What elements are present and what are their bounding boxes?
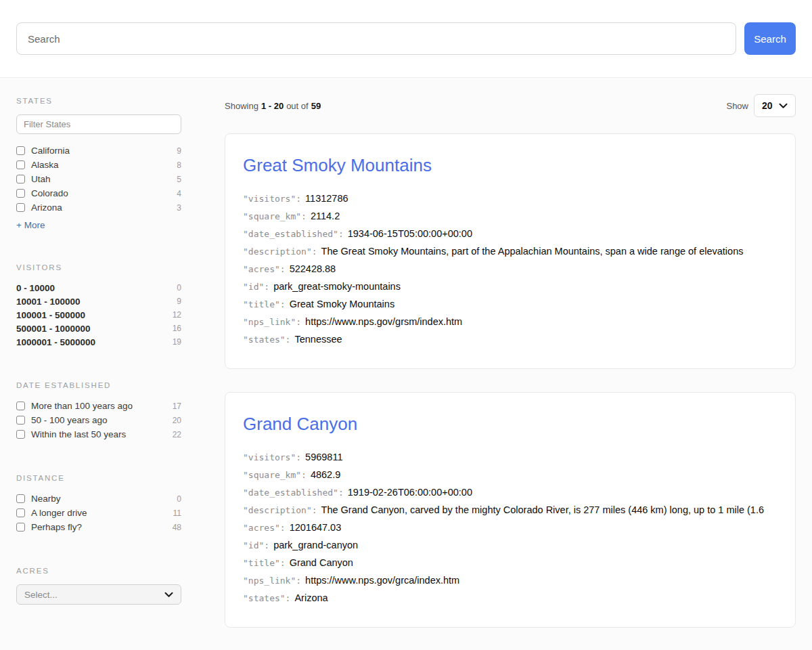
facet-option-distance[interactable]: A longer drive 11 xyxy=(16,506,181,520)
facet-option-count: 16 xyxy=(173,324,181,333)
result-field: "states":Arizona xyxy=(243,589,777,607)
checkbox-icon[interactable] xyxy=(16,523,25,532)
field-value: Arizona xyxy=(294,592,328,603)
facet-option-count: 0 xyxy=(177,283,181,292)
result-field: "nps_link":https://www.nps.gov/grca/inde… xyxy=(243,571,777,589)
field-key: "states": xyxy=(243,334,290,345)
stats-middle: out of xyxy=(286,101,309,111)
checkbox-icon[interactable] xyxy=(16,175,25,183)
search-button[interactable]: Search xyxy=(744,22,796,55)
checkbox-icon[interactable] xyxy=(16,203,25,212)
facet-option-distance[interactable]: Perhaps fly? 48 xyxy=(16,520,181,534)
facet-distance-title: DISTANCE xyxy=(16,474,181,482)
per-page-control: Show 20 xyxy=(726,94,796,117)
checkbox-icon[interactable] xyxy=(16,189,25,198)
stats-total: 59 xyxy=(311,101,321,111)
facet-option-label: Within the last 50 years xyxy=(31,429,126,439)
facet-visitors: VISITORS 0 - 10000 0 10001 - 100000 9 10… xyxy=(16,263,181,349)
result-field: "acres":522428.88 xyxy=(243,260,777,278)
facet-option-date[interactable]: Within the last 50 years 22 xyxy=(16,427,181,441)
result-card: Grand Canyon "visitors":5969811 "square_… xyxy=(225,392,796,628)
per-page-value: 20 xyxy=(762,100,773,111)
facet-option-state[interactable]: California 9 xyxy=(16,144,181,158)
facet-option-count: 9 xyxy=(177,146,181,156)
result-field: "acres":1201647.03 xyxy=(243,519,777,536)
facet-option-state[interactable]: Utah 5 xyxy=(16,172,181,186)
facet-option-label: 1000001 - 5000000 xyxy=(16,337,95,347)
field-value: park_grand-canyon xyxy=(273,540,358,550)
field-key: "nps_link": xyxy=(243,576,301,586)
result-field: "description":The Great Smoky Mountains,… xyxy=(243,242,777,260)
field-value: https://www.nps.gov/grsm/index.htm xyxy=(305,316,462,327)
facet-option-label: Nearby xyxy=(31,494,61,504)
chevron-down-icon xyxy=(164,592,173,598)
facet-states: STATES California 9 Alaska 8 Utah 5 Colo… xyxy=(16,97,181,231)
acres-select-value: Select... xyxy=(24,590,58,600)
result-title-link[interactable]: Great Smoky Mountains xyxy=(243,154,777,176)
facet-option-date[interactable]: 50 - 100 years ago 20 xyxy=(16,413,181,427)
field-key: "visitors": xyxy=(243,194,301,204)
result-field: "visitors":11312786 xyxy=(243,190,777,207)
facet-option-count: 5 xyxy=(177,175,181,184)
filter-states-input[interactable] xyxy=(16,114,181,134)
per-page-select[interactable]: 20 xyxy=(754,94,796,117)
facet-option-label: Perhaps fly? xyxy=(31,522,82,532)
chevron-down-icon xyxy=(779,100,788,111)
field-key: "nps_link": xyxy=(243,317,301,327)
facet-option-state[interactable]: Alaska 8 xyxy=(16,158,181,172)
result-card: Great Smoky Mountains "visitors":1131278… xyxy=(225,133,796,369)
facet-option-visitors[interactable]: 500001 - 1000000 16 xyxy=(16,322,181,335)
facet-option-count: 9 xyxy=(177,297,181,306)
field-value: 4862.9 xyxy=(311,469,340,480)
result-field: "square_km":4862.9 xyxy=(243,466,777,483)
result-field: "id":park_grand-canyon xyxy=(243,536,777,554)
facet-option-visitors[interactable]: 10001 - 100000 9 xyxy=(16,295,181,308)
checkbox-icon[interactable] xyxy=(16,402,25,410)
facet-acres: ACRES Select... xyxy=(16,567,181,605)
checkbox-icon[interactable] xyxy=(16,416,25,425)
facet-option-distance[interactable]: Nearby 0 xyxy=(16,492,181,506)
result-field: "title":Grand Canyon xyxy=(243,554,777,571)
show-more-link[interactable]: + More xyxy=(16,220,45,230)
field-value: The Grand Canyon, carved by the mighty C… xyxy=(321,504,764,515)
checkbox-icon[interactable] xyxy=(16,430,25,439)
results-stats: Showing 1 - 20 out of 59 xyxy=(225,101,321,111)
results-panel: Showing 1 - 20 out of 59 Show 20 Great S… xyxy=(225,78,796,650)
field-key: "square_km": xyxy=(243,211,307,221)
field-key: "states": xyxy=(243,593,290,603)
result-title-link[interactable]: Grand Canyon xyxy=(243,413,777,435)
field-key: "date_established": xyxy=(243,488,344,498)
field-value: park_great-smoky-mountains xyxy=(273,281,401,292)
facet-option-label: Colorado xyxy=(31,188,68,198)
checkbox-icon[interactable] xyxy=(16,160,25,169)
facet-option-label: Alaska xyxy=(31,160,59,170)
field-key: "square_km": xyxy=(243,470,307,480)
facet-option-visitors[interactable]: 0 - 10000 0 xyxy=(16,281,181,295)
field-value: 5969811 xyxy=(305,452,342,462)
field-key: "acres": xyxy=(243,523,286,533)
checkbox-icon[interactable] xyxy=(16,494,25,503)
field-value: 1934-06-15T05:00:00+00:00 xyxy=(348,228,472,239)
facet-option-state[interactable]: Colorado 4 xyxy=(16,186,181,200)
field-key: "description": xyxy=(243,246,317,257)
facet-option-label: More than 100 years ago xyxy=(31,401,133,411)
facet-option-count: 22 xyxy=(173,430,181,439)
field-key: "description": xyxy=(243,505,317,515)
result-field: "states":Tennessee xyxy=(243,330,777,348)
checkbox-icon[interactable] xyxy=(16,146,25,155)
search-input[interactable] xyxy=(16,22,736,55)
acres-select[interactable]: Select... xyxy=(16,584,181,605)
result-field: "id":park_great-smoky-mountains xyxy=(243,278,777,295)
checkbox-icon[interactable] xyxy=(16,508,25,517)
facet-option-label: California xyxy=(31,146,70,156)
per-page-label: Show xyxy=(726,101,748,111)
facet-acres-title: ACRES xyxy=(16,567,181,575)
field-value: 11312786 xyxy=(305,193,348,204)
facet-option-date[interactable]: More than 100 years ago 17 xyxy=(16,399,181,413)
facet-option-visitors[interactable]: 100001 - 500000 12 xyxy=(16,308,181,322)
field-key: "date_established": xyxy=(243,229,344,239)
facet-option-visitors[interactable]: 1000001 - 5000000 19 xyxy=(16,335,181,349)
result-field: "square_km":2114.2 xyxy=(243,207,777,225)
facet-option-count: 48 xyxy=(173,523,181,532)
facet-option-state[interactable]: Arizona 3 xyxy=(16,200,181,215)
